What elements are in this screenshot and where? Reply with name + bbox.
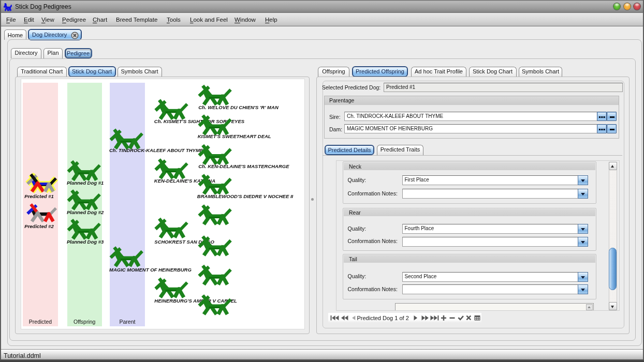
svg-text:Predicted Dog 1 of 2: Predicted Dog 1 of 2 [357, 315, 408, 321]
